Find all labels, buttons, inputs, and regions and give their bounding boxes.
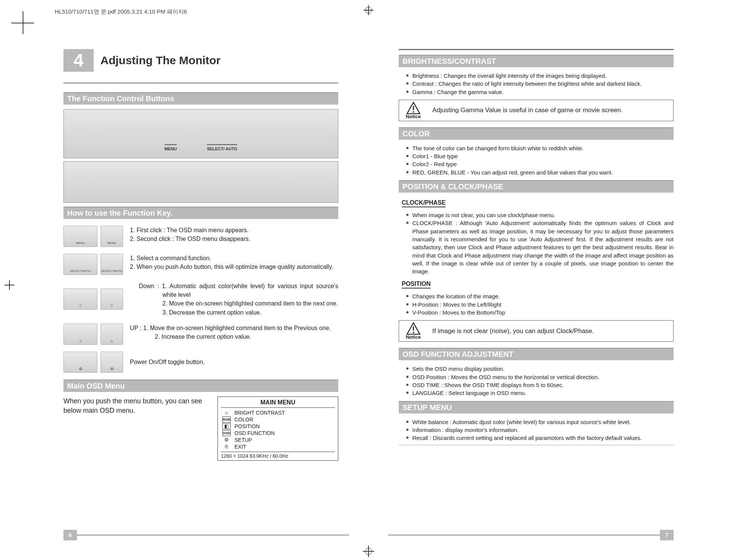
page-bar-right — [388, 534, 660, 536]
color-item-4: RED, GREEN, BLUE - You can adjust red, g… — [406, 168, 674, 176]
fk-select-line2: 2. When you push Auto button, this will … — [130, 262, 333, 271]
page-number-right: 7 — [660, 530, 674, 540]
fk-select-line1: 1. Select a command function. — [130, 254, 333, 262]
section-main-osd: Main OSD Menu — [63, 380, 338, 392]
crop-bottom — [363, 546, 374, 557]
osdfn-list: Sets the OSD menu display position. OSD … — [399, 365, 674, 397]
fk-row-power: ⏻ ⏻ Power On/Off toggle button. — [63, 352, 338, 373]
page-left: 4 Adjusting The Monitor The Function Con… — [37, 26, 365, 549]
position-list: Changes the location of the image. H-Pos… — [399, 292, 674, 316]
osd-menu-title: MAIN MENU — [221, 399, 335, 408]
cp-item-1: When image is not clear, you can use clo… — [406, 211, 674, 219]
fk-img-power-wide: ⏻ — [63, 352, 97, 373]
fk-row-down: ▽ ▽ Down : 1. Automatic adjust color(whi… — [63, 282, 338, 317]
notice-clock-text: If image is not clear (noise), you can a… — [428, 321, 673, 341]
svg-point-2 — [413, 111, 414, 113]
pos-item-1: Changes the location of the image. — [406, 292, 674, 300]
chapter-underline — [63, 82, 338, 84]
sub-position: POSITION — [402, 281, 430, 288]
fk-img-select-wide: SELECT/AUTO — [63, 254, 97, 275]
fk-row-select: SELECT/AUTO SELECT/AUTO 1. Select a comm… — [63, 254, 338, 275]
page-number-left: 6 — [63, 530, 77, 540]
section-how-to-use: How to use the Function Key. — [63, 207, 338, 219]
osd-icon-setup: ⚙ — [222, 437, 231, 443]
fk-img-down-small: ▽ — [100, 288, 123, 310]
section-setup-menu: SETUP MENU — [399, 401, 674, 413]
notice-label-2: Notice — [406, 334, 421, 340]
setup-item-1: White balance : Automatic djust color (w… — [406, 418, 674, 426]
bc-list: Brightness : Changes the overall light i… — [399, 72, 674, 96]
osdfn-item-1: Sets the OSD menu display position. — [406, 365, 674, 373]
osd-intro-text: When you push the menu button, you can s… — [63, 396, 206, 461]
notice-clock-phase: Notice If image is not clear (noise), yo… — [399, 320, 674, 342]
crop-corner-v — [23, 11, 23, 34]
crop-left — [5, 280, 14, 290]
osd-icon-color: RGB — [222, 417, 231, 423]
crop-mark-top — [364, 5, 373, 15]
fk-img-down-wide: ▽ — [63, 288, 97, 310]
warning-icon — [406, 322, 421, 335]
setup-list: White balance : Automatic djust color (w… — [399, 418, 674, 442]
photo-label-menu: MENU — [165, 144, 177, 151]
osd-item-osdfn: OSD FUNCTION — [234, 430, 275, 436]
osd-footer: 1280 × 1024 63.9KHz / 60.0Hz — [221, 452, 335, 459]
section-brightness-contrast: BRIGHTNESS/CONTRAST — [399, 55, 674, 67]
fk-img-menu-wide: MENU — [63, 226, 97, 247]
color-item-3: Color2 - Red type — [406, 160, 674, 168]
osd-icon-position: ◧ — [222, 423, 231, 429]
bc-item-1: Brightness : Changes the overall light i… — [406, 72, 674, 80]
section-position-clock: POSITION & CLOCK/PHASE — [399, 180, 674, 193]
fk-menu-line2: 2. Second click : The OSD menu disappear… — [130, 234, 250, 243]
setup-item-3: Recall : Discards current setting and re… — [406, 434, 674, 442]
section-function-buttons: The Function Control Buttons — [63, 92, 338, 105]
fk-img-menu-small: MENU — [100, 226, 123, 247]
osd-item-position: POSITION — [234, 423, 260, 429]
color-item-2: Color1 - Blue type — [406, 152, 674, 160]
bc-item-2: Contrast : Changes the ratio of light in… — [406, 80, 674, 88]
monitor-buttons-photo-2 — [63, 161, 338, 203]
osdfn-item-4: LANGUAGE : Select language in OSD menu. — [406, 389, 674, 397]
fk-power-line: Power On/Off toggle button. — [130, 358, 205, 366]
svg-point-5 — [413, 332, 414, 333]
osd-main-menu-box: MAIN MENU ☼BRIGHT CONTRAST RGBCOLOR ◧POS… — [217, 396, 338, 461]
fk-img-select-small: SELECT/AUTO — [100, 254, 123, 275]
warning-icon — [406, 102, 421, 114]
monitor-buttons-photo-1: MENU SELECT/ AUTO — [63, 109, 338, 158]
osd-item-color: COLOR — [234, 417, 253, 423]
osd-icon-exit: ⎘ — [222, 444, 231, 450]
top-rule-right — [399, 49, 674, 51]
fk-img-power-small: ⏻ — [100, 352, 123, 373]
osd-icon-bright: ☼ — [222, 410, 231, 416]
bottom-rule-right — [399, 445, 674, 445]
notice-gamma: Notice Adjusting Gamma Value is useful i… — [399, 100, 674, 121]
fk-up-line1: UP : 1. Move the on-screen highlighted c… — [130, 324, 331, 332]
cp-item-2: CLOCK/PHASE : Although 'Auto Adjustment'… — [406, 219, 674, 275]
fk-down-line1: Down : 1. Automatic adjust color(white l… — [130, 282, 338, 299]
section-color: COLOR — [399, 127, 674, 140]
color-list: The tone of color can be changed form bl… — [399, 144, 674, 176]
fk-img-up-wide: △ — [63, 324, 97, 345]
pos-item-2: H-Position : Moves to the Left/Right — [406, 301, 674, 309]
source-filename: HL510/710/711영 문.pdf 2005.3.21 4:10 PM 페… — [55, 8, 187, 15]
fk-row-up: △ △ UP : 1. Move the on-screen highlight… — [63, 324, 338, 345]
sub-clock-phase: CLOCK/PHASE — [402, 199, 446, 207]
notice-label-1: Notice — [406, 114, 421, 119]
fk-down-line3: 3. Decrease the current option value. — [130, 308, 338, 317]
color-item-1: The tone of color can be changed form bl… — [406, 144, 674, 152]
osd-item-bright: BRIGHT CONTRAST — [234, 410, 285, 416]
section-osd-function: OSD FUNCTION ADJUSTMENT — [399, 348, 674, 360]
fk-menu-line1: 1. First click : The OSD main menu appea… — [130, 226, 250, 234]
osd-icon-osdfn: OSD — [222, 430, 231, 436]
chapter-number: 4 — [63, 49, 94, 72]
fk-img-up-small: △ — [100, 324, 123, 345]
fk-down-line2: 2. Move the on-screen highlighted comman… — [130, 299, 338, 308]
osd-item-setup: SETUP — [234, 437, 252, 443]
clock-phase-list: When image is not clear, you can use clo… — [399, 211, 674, 275]
photo-label-select: SELECT/ AUTO — [207, 144, 237, 151]
page-right: BRIGHTNESS/CONTRAST Brightness : Changes… — [365, 26, 700, 549]
setup-item-2: Information : display monitor's informat… — [406, 426, 674, 434]
pos-item-3: V-Position : Moves to the Bottom/Top — [406, 309, 674, 316]
osd-item-exit: EXIT — [234, 444, 246, 450]
chapter-title: Adjusting The Monitor — [100, 54, 220, 67]
page-bar-left — [77, 534, 349, 536]
